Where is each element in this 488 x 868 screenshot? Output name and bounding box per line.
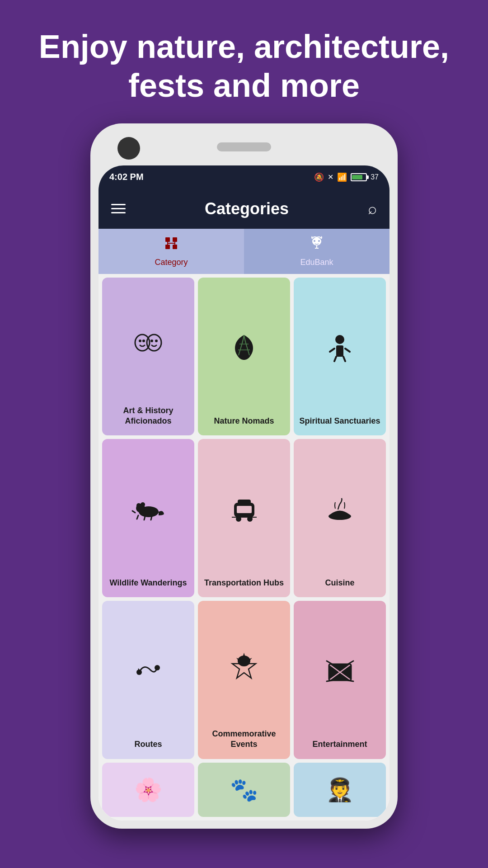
svg-line-29 — [151, 516, 152, 520]
hero-text: Enjoy nature, architecture, fests and mo… — [0, 0, 488, 123]
toolbar-title: Categories — [126, 199, 368, 218]
phone-frame: 4:02 PM 🔕 ✕ 📶 37 Categories ⌕ — [90, 123, 398, 829]
partial-card-travel[interactable]: 🧑‍✈️ — [294, 763, 386, 817]
card-wildlife-label: Wildlife Wanderings — [109, 578, 187, 588]
svg-line-46 — [327, 661, 332, 664]
tab-category-label: Category — [155, 258, 188, 267]
svg-rect-32 — [237, 506, 252, 513]
card-commemorative-label: Commemorative Events — [203, 729, 285, 750]
status-icons: 🔕 ✕ 📶 37 — [314, 172, 379, 182]
card-commemorative[interactable]: Commemorative Events — [198, 601, 290, 759]
phone-camera — [117, 137, 140, 160]
category-tab-icon — [163, 235, 179, 255]
battery-icon — [351, 173, 367, 181]
status-bar: 4:02 PM 🔕 ✕ 📶 37 — [99, 165, 389, 189]
svg-rect-21 — [336, 345, 343, 357]
card-transport-label: Transportation Hubs — [204, 578, 284, 588]
svg-point-9 — [318, 240, 320, 242]
card-spiritual-label: Spiritual Sanctuaries — [299, 416, 380, 426]
svg-point-15 — [142, 340, 145, 342]
art-history-icon — [108, 285, 189, 400]
partial-card-paws[interactable]: 🐾 — [198, 763, 290, 817]
travel-icon: 🧑‍✈️ — [326, 777, 354, 803]
svg-rect-2 — [165, 245, 170, 249]
entertainment-icon — [299, 608, 380, 734]
wifi-icon: 📶 — [337, 172, 347, 182]
tab-bar: Category EduBank — [99, 229, 389, 274]
card-routes-label: Routes — [134, 739, 162, 750]
search-button[interactable]: ⌕ — [368, 200, 377, 217]
wildlife-icon — [108, 446, 189, 572]
svg-line-48 — [327, 680, 332, 681]
toolbar: Categories ⌕ — [99, 189, 389, 229]
flowers-icon: 🌸 — [134, 777, 162, 803]
sim-icon: ✕ — [328, 173, 333, 181]
transport-icon — [203, 446, 285, 572]
svg-line-47 — [348, 661, 353, 664]
card-cuisine-label: Cuisine — [325, 578, 354, 588]
card-nature-nomads[interactable]: Nature Nomads — [198, 278, 290, 436]
svg-point-41 — [238, 656, 250, 666]
svg-line-49 — [348, 680, 353, 681]
edubank-tab-icon — [309, 235, 325, 255]
menu-button[interactable] — [111, 204, 126, 213]
svg-point-14 — [139, 340, 141, 342]
svg-point-17 — [155, 340, 158, 342]
nature-nomads-icon — [203, 285, 285, 410]
hero-section: Enjoy nature, architecture, fests and mo… — [0, 0, 488, 123]
card-cuisine[interactable]: Cuisine — [294, 439, 386, 597]
spiritual-icon — [299, 285, 380, 410]
tab-category[interactable]: Category — [99, 229, 244, 274]
status-time: 4:02 PM — [109, 172, 144, 182]
svg-rect-1 — [173, 237, 177, 242]
tab-edubank-label: EduBank — [300, 258, 333, 267]
svg-point-20 — [335, 335, 344, 344]
cuisine-icon — [299, 446, 380, 572]
card-art-history[interactable]: Art & History Aficionados — [102, 278, 194, 436]
tab-edubank[interactable]: EduBank — [244, 229, 389, 274]
svg-rect-0 — [165, 237, 170, 242]
battery-percent: 37 — [371, 173, 379, 181]
paws-icon: 🐾 — [230, 777, 258, 803]
card-transport[interactable]: Transportation Hubs — [198, 439, 290, 597]
svg-line-26 — [132, 511, 135, 513]
svg-point-25 — [141, 502, 145, 507]
card-routes[interactable]: Routes — [102, 601, 194, 759]
svg-point-16 — [150, 340, 153, 342]
commemorative-icon — [203, 608, 285, 723]
phone-screen: 4:02 PM 🔕 ✕ 📶 37 Categories ⌕ — [99, 165, 389, 821]
card-spiritual[interactable]: Spiritual Sanctuaries — [294, 278, 386, 436]
bell-icon: 🔕 — [314, 172, 324, 182]
svg-point-8 — [314, 240, 315, 242]
bottom-partial-cards: 🌸 🐾 🧑‍✈️ — [99, 763, 389, 821]
card-nature-nomads-label: Nature Nomads — [214, 416, 274, 426]
category-grid: Art & History Aficionados Nature Nomads — [99, 274, 389, 763]
card-entertainment-label: Entertainment — [312, 739, 367, 750]
phone-speaker — [217, 142, 271, 151]
partial-card-flowers[interactable]: 🌸 — [102, 763, 194, 817]
svg-line-28 — [144, 516, 145, 520]
card-entertainment[interactable]: Entertainment — [294, 601, 386, 759]
card-art-history-label: Art & History Aficionados — [108, 406, 189, 427]
svg-rect-3 — [173, 245, 177, 249]
svg-point-24 — [136, 503, 141, 508]
svg-rect-31 — [238, 500, 251, 505]
card-wildlife[interactable]: Wildlife Wanderings — [102, 439, 194, 597]
svg-line-27 — [137, 515, 138, 519]
routes-icon — [108, 608, 189, 734]
